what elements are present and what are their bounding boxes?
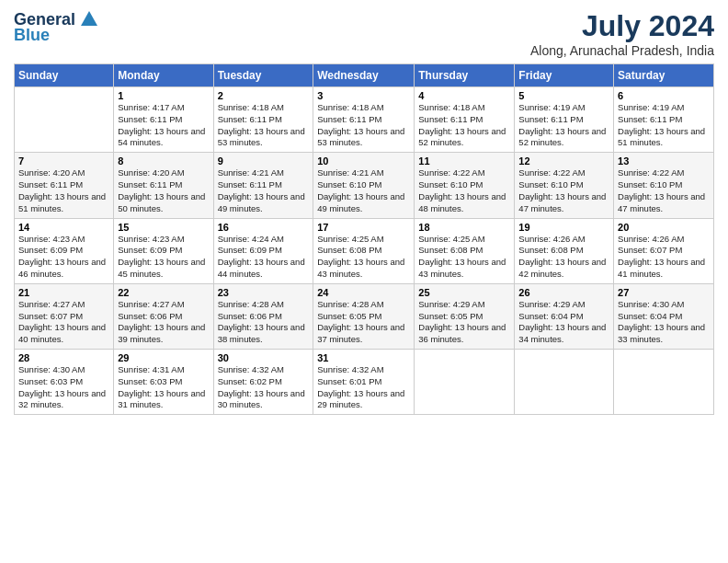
calendar-cell: 17Sunrise: 4:25 AMSunset: 6:08 PMDayligh… bbox=[313, 218, 415, 283]
header-day: Wednesday bbox=[313, 64, 415, 87]
logo: General Blue bbox=[14, 9, 99, 45]
calendar-cell: 29Sunrise: 4:31 AMSunset: 6:03 PMDayligh… bbox=[114, 350, 213, 415]
day-number: 20 bbox=[618, 222, 710, 233]
day-number: 28 bbox=[18, 352, 109, 363]
day-info: Sunrise: 4:18 AMSunset: 6:11 PMDaylight:… bbox=[418, 102, 510, 149]
day-info: Sunrise: 4:32 AMSunset: 6:01 PMDaylight:… bbox=[317, 364, 410, 411]
header-day: Thursday bbox=[415, 64, 515, 87]
header-day: Monday bbox=[114, 64, 213, 87]
calendar-cell: 6Sunrise: 4:19 AMSunset: 6:11 PMDaylight… bbox=[614, 87, 714, 153]
day-info: Sunrise: 4:28 AMSunset: 6:06 PMDaylight:… bbox=[218, 299, 310, 346]
day-number: 19 bbox=[518, 222, 609, 233]
day-number: 7 bbox=[18, 155, 109, 167]
header-day: Sunday bbox=[15, 64, 114, 87]
header-day: Tuesday bbox=[213, 64, 313, 87]
day-info: Sunrise: 4:21 AMSunset: 6:10 PMDaylight:… bbox=[317, 167, 410, 214]
day-number: 21 bbox=[18, 287, 109, 298]
calendar-cell: 26Sunrise: 4:29 AMSunset: 6:04 PMDayligh… bbox=[515, 283, 614, 349]
calendar-cell bbox=[614, 350, 714, 415]
day-info: Sunrise: 4:32 AMSunset: 6:02 PMDaylight:… bbox=[218, 364, 310, 411]
calendar-cell: 25Sunrise: 4:29 AMSunset: 6:05 PMDayligh… bbox=[415, 283, 515, 349]
calendar-cell: 7Sunrise: 4:20 AMSunset: 6:11 PMDaylight… bbox=[15, 153, 114, 218]
day-number: 9 bbox=[218, 155, 310, 167]
day-number: 11 bbox=[418, 155, 510, 167]
day-info: Sunrise: 4:20 AMSunset: 6:11 PMDaylight:… bbox=[118, 167, 209, 214]
day-number: 30 bbox=[218, 352, 310, 363]
title-area: July 2024 Along, Arunachal Pradesh, Indi… bbox=[530, 9, 714, 58]
day-number: 1 bbox=[118, 90, 209, 101]
calendar-cell: 11Sunrise: 4:22 AMSunset: 6:10 PMDayligh… bbox=[415, 153, 515, 218]
day-number: 29 bbox=[118, 352, 209, 363]
day-number: 8 bbox=[118, 155, 209, 167]
day-number: 23 bbox=[218, 287, 310, 298]
calendar-cell bbox=[515, 350, 614, 415]
day-info: Sunrise: 4:27 AMSunset: 6:07 PMDaylight:… bbox=[18, 299, 109, 346]
day-info: Sunrise: 4:22 AMSunset: 6:10 PMDaylight:… bbox=[518, 167, 609, 214]
day-info: Sunrise: 4:22 AMSunset: 6:10 PMDaylight:… bbox=[618, 167, 710, 214]
day-info: Sunrise: 4:26 AMSunset: 6:08 PMDaylight:… bbox=[518, 234, 609, 281]
calendar-week-row: 7Sunrise: 4:20 AMSunset: 6:11 PMDaylight… bbox=[15, 153, 714, 218]
day-info: Sunrise: 4:21 AMSunset: 6:11 PMDaylight:… bbox=[218, 167, 310, 214]
calendar-cell: 16Sunrise: 4:24 AMSunset: 6:09 PMDayligh… bbox=[213, 218, 313, 283]
calendar-cell: 19Sunrise: 4:26 AMSunset: 6:08 PMDayligh… bbox=[515, 218, 614, 283]
calendar-cell: 5Sunrise: 4:19 AMSunset: 6:11 PMDaylight… bbox=[515, 87, 614, 153]
calendar-cell: 14Sunrise: 4:23 AMSunset: 6:09 PMDayligh… bbox=[15, 218, 114, 283]
calendar-table: SundayMondayTuesdayWednesdayThursdayFrid… bbox=[14, 63, 714, 415]
day-info: Sunrise: 4:27 AMSunset: 6:06 PMDaylight:… bbox=[118, 299, 209, 346]
day-number: 18 bbox=[418, 222, 510, 233]
day-number: 27 bbox=[618, 287, 710, 298]
day-number: 22 bbox=[118, 287, 209, 298]
day-info: Sunrise: 4:30 AMSunset: 6:03 PMDaylight:… bbox=[18, 364, 109, 411]
header: General Blue July 2024 Along, Arunachal … bbox=[14, 9, 714, 58]
calendar-cell bbox=[415, 350, 515, 415]
day-number: 17 bbox=[317, 222, 410, 233]
day-info: Sunrise: 4:29 AMSunset: 6:04 PMDaylight:… bbox=[518, 299, 609, 346]
day-info: Sunrise: 4:23 AMSunset: 6:09 PMDaylight:… bbox=[18, 234, 109, 281]
day-number: 14 bbox=[18, 222, 109, 233]
day-info: Sunrise: 4:20 AMSunset: 6:11 PMDaylight:… bbox=[18, 167, 109, 214]
day-number: 31 bbox=[317, 352, 410, 363]
day-number: 25 bbox=[418, 287, 510, 298]
header-day: Friday bbox=[515, 64, 614, 87]
day-info: Sunrise: 4:17 AMSunset: 6:11 PMDaylight:… bbox=[118, 102, 209, 149]
svg-marker-0 bbox=[81, 11, 97, 26]
calendar-cell: 1Sunrise: 4:17 AMSunset: 6:11 PMDaylight… bbox=[114, 87, 213, 153]
calendar-week-row: 14Sunrise: 4:23 AMSunset: 6:09 PMDayligh… bbox=[15, 218, 714, 283]
day-info: Sunrise: 4:18 AMSunset: 6:11 PMDaylight:… bbox=[317, 102, 410, 149]
calendar-cell: 24Sunrise: 4:28 AMSunset: 6:05 PMDayligh… bbox=[313, 283, 415, 349]
calendar-cell: 12Sunrise: 4:22 AMSunset: 6:10 PMDayligh… bbox=[515, 153, 614, 218]
calendar-week-row: 28Sunrise: 4:30 AMSunset: 6:03 PMDayligh… bbox=[15, 350, 714, 415]
day-info: Sunrise: 4:25 AMSunset: 6:08 PMDaylight:… bbox=[418, 234, 510, 281]
calendar-cell: 20Sunrise: 4:26 AMSunset: 6:07 PMDayligh… bbox=[614, 218, 714, 283]
day-info: Sunrise: 4:18 AMSunset: 6:11 PMDaylight:… bbox=[218, 102, 310, 149]
header-row: SundayMondayTuesdayWednesdayThursdayFrid… bbox=[15, 64, 714, 87]
calendar-cell: 3Sunrise: 4:18 AMSunset: 6:11 PMDaylight… bbox=[313, 87, 415, 153]
subtitle: Along, Arunachal Pradesh, India bbox=[530, 43, 714, 58]
day-info: Sunrise: 4:26 AMSunset: 6:07 PMDaylight:… bbox=[618, 234, 710, 281]
day-number: 26 bbox=[518, 287, 609, 298]
day-number: 12 bbox=[518, 155, 609, 167]
day-number: 6 bbox=[618, 90, 710, 101]
day-info: Sunrise: 4:23 AMSunset: 6:09 PMDaylight:… bbox=[118, 234, 209, 281]
calendar-cell: 4Sunrise: 4:18 AMSunset: 6:11 PMDaylight… bbox=[415, 87, 515, 153]
calendar-cell: 27Sunrise: 4:30 AMSunset: 6:04 PMDayligh… bbox=[614, 283, 714, 349]
day-info: Sunrise: 4:31 AMSunset: 6:03 PMDaylight:… bbox=[118, 364, 209, 411]
day-number: 15 bbox=[118, 222, 209, 233]
day-info: Sunrise: 4:19 AMSunset: 6:11 PMDaylight:… bbox=[618, 102, 710, 149]
day-number: 13 bbox=[618, 155, 710, 167]
calendar-cell: 18Sunrise: 4:25 AMSunset: 6:08 PMDayligh… bbox=[415, 218, 515, 283]
day-info: Sunrise: 4:29 AMSunset: 6:05 PMDaylight:… bbox=[418, 299, 510, 346]
page: General Blue July 2024 Along, Arunachal … bbox=[0, 0, 728, 563]
day-number: 4 bbox=[418, 90, 510, 101]
day-number: 3 bbox=[317, 90, 410, 101]
calendar-cell: 31Sunrise: 4:32 AMSunset: 6:01 PMDayligh… bbox=[313, 350, 415, 415]
calendar-cell: 10Sunrise: 4:21 AMSunset: 6:10 PMDayligh… bbox=[313, 153, 415, 218]
calendar-week-row: 21Sunrise: 4:27 AMSunset: 6:07 PMDayligh… bbox=[15, 283, 714, 349]
day-info: Sunrise: 4:28 AMSunset: 6:05 PMDaylight:… bbox=[317, 299, 410, 346]
calendar-cell: 28Sunrise: 4:30 AMSunset: 6:03 PMDayligh… bbox=[15, 350, 114, 415]
calendar-cell: 21Sunrise: 4:27 AMSunset: 6:07 PMDayligh… bbox=[15, 283, 114, 349]
calendar-cell: 9Sunrise: 4:21 AMSunset: 6:11 PMDaylight… bbox=[213, 153, 313, 218]
day-number: 10 bbox=[317, 155, 410, 167]
month-title: July 2024 bbox=[530, 9, 714, 43]
day-info: Sunrise: 4:19 AMSunset: 6:11 PMDaylight:… bbox=[518, 102, 609, 149]
